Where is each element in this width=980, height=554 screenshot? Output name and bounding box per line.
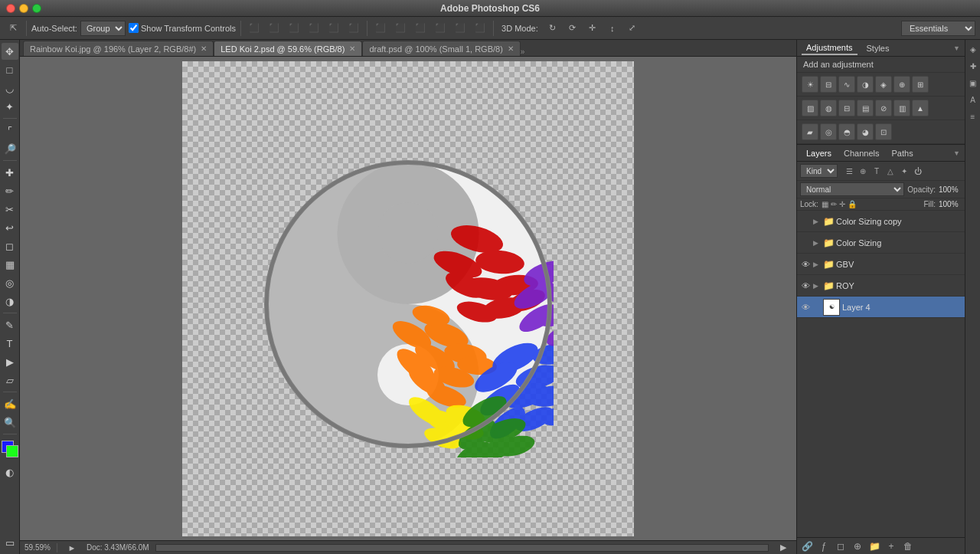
status-arrow-icon[interactable]: ► bbox=[64, 539, 80, 555]
shadows-highlights-icon[interactable]: ◓ bbox=[838, 123, 855, 140]
3d-scale-icon[interactable]: ⤢ bbox=[624, 20, 641, 37]
layer-expand-icon[interactable]: ▶ bbox=[813, 261, 821, 268]
distribute-2-icon[interactable]: ⬛ bbox=[392, 20, 409, 37]
layer-expand-icon[interactable]: ▶ bbox=[813, 239, 821, 247]
color-lookup-icon[interactable]: ▤ bbox=[857, 100, 874, 116]
pen-tool[interactable]: ✎ bbox=[2, 316, 18, 333]
hdr-toning-icon[interactable]: ◕ bbox=[857, 123, 874, 140]
tab-close-icon[interactable]: ✕ bbox=[508, 44, 514, 53]
selective-color-icon[interactable]: ◎ bbox=[820, 123, 837, 140]
blur-tool[interactable]: ◎ bbox=[2, 274, 18, 291]
show-transform-controls-checkbox[interactable] bbox=[129, 23, 139, 33]
gradient-tool[interactable]: ▦ bbox=[2, 256, 18, 273]
lock-transparent-icon[interactable]: ▦ bbox=[822, 200, 828, 208]
channel-mixer-icon[interactable]: ⊟ bbox=[838, 100, 855, 116]
color-balance-icon[interactable]: ⊞ bbox=[912, 76, 929, 93]
filter-smart-icon[interactable]: ✦ bbox=[898, 165, 910, 177]
tab-rainbow-koi[interactable]: Rainbow Koi.jpg @ 196% (Layer 2, RGB/8#)… bbox=[23, 41, 214, 56]
distribute-1-icon[interactable]: ⬛ bbox=[372, 20, 389, 37]
3d-slide-icon[interactable]: ↕ bbox=[604, 20, 621, 37]
layer-item-layer4[interactable]: 👁 ☯ Layer 4 bbox=[797, 297, 965, 318]
layer-link-icon[interactable]: 🔗 bbox=[800, 539, 814, 553]
layer-expand-icon[interactable]: ▶ bbox=[813, 282, 821, 290]
filter-type-icon[interactable]: T bbox=[871, 165, 883, 177]
brightness-contrast-icon[interactable]: ☀ bbox=[802, 76, 818, 93]
hand-tool[interactable]: ✍ bbox=[2, 395, 18, 412]
layer-kind-dropdown[interactable]: Kind bbox=[800, 164, 838, 178]
threshold-icon[interactable]: ▲ bbox=[912, 100, 929, 116]
tab-draft[interactable]: draft.psd @ 100% (Small 1, RGB/8) ✕ bbox=[362, 41, 520, 56]
vert-icon-mini[interactable]: ≡ bbox=[967, 110, 979, 123]
status-play-icon[interactable]: ▶ bbox=[775, 539, 792, 555]
align-middle-icon[interactable]: ⬛ bbox=[266, 20, 283, 37]
path-select-tool[interactable]: ▶ bbox=[2, 353, 18, 370]
distribute-5-icon[interactable]: ⬛ bbox=[452, 20, 469, 37]
layer-item-roy[interactable]: 👁 ▶ 📁 ROY bbox=[797, 275, 965, 297]
new-layer-icon[interactable]: + bbox=[884, 539, 898, 553]
move-tool-icon[interactable]: ⇱ bbox=[5, 20, 21, 37]
lock-all-icon[interactable]: 🔒 bbox=[848, 200, 857, 208]
lasso-tool[interactable]: ◡ bbox=[2, 80, 18, 97]
filter-adjustment-icon[interactable]: ⊕ bbox=[857, 165, 869, 177]
delete-layer-icon[interactable]: 🗑 bbox=[901, 539, 915, 553]
layer-mask-icon[interactable]: ◻ bbox=[834, 539, 848, 553]
eyedropper-tool[interactable]: 🔎 bbox=[2, 140, 18, 157]
close-button[interactable] bbox=[6, 4, 15, 13]
distribute-6-icon[interactable]: ⬛ bbox=[472, 20, 488, 37]
eraser-tool[interactable]: ◻ bbox=[2, 238, 18, 254]
tab-close-icon[interactable]: ✕ bbox=[349, 44, 355, 53]
exposure-icon[interactable]: ◑ bbox=[857, 76, 874, 93]
distribute-3-icon[interactable]: ⬛ bbox=[412, 20, 429, 37]
clone-tool[interactable]: ✂ bbox=[2, 201, 18, 218]
lock-position-icon[interactable]: ✛ bbox=[839, 200, 845, 208]
styles-tab[interactable]: Styles bbox=[862, 42, 894, 54]
tab-led-koi[interactable]: LED Koi 2.psd @ 59.6% (RGB/8) ✕ bbox=[214, 41, 362, 56]
layers-panel-collapse[interactable]: ▼ bbox=[953, 149, 960, 157]
align-bottom-icon[interactable]: ⬛ bbox=[286, 20, 302, 37]
layer-item-color-sizing-copy[interactable]: ▶ 📁 Color Sizing copy bbox=[797, 211, 965, 232]
vert-icon-text[interactable]: A bbox=[967, 93, 979, 106]
hue-sat-icon[interactable]: ⊕ bbox=[893, 76, 910, 93]
zoom-tool[interactable]: 🔍 bbox=[2, 414, 18, 431]
lock-paint-icon[interactable]: ✏ bbox=[831, 200, 837, 208]
layer-item-color-sizing[interactable]: ▶ 📁 Color Sizing bbox=[797, 232, 965, 254]
screen-mode-btn[interactable]: ▭ bbox=[2, 534, 18, 551]
new-group-icon[interactable]: 📁 bbox=[867, 539, 881, 553]
layer-visibility-icon[interactable]: 👁 bbox=[800, 281, 811, 290]
maximize-button[interactable] bbox=[32, 4, 41, 13]
marquee-tool[interactable]: □ bbox=[2, 61, 18, 78]
new-adjustment-icon[interactable]: ⊕ bbox=[851, 539, 864, 553]
vert-icon-3d[interactable]: ▣ bbox=[967, 77, 979, 89]
layer-expand-icon[interactable]: ▶ bbox=[813, 218, 821, 225]
canvas-viewport[interactable] bbox=[20, 57, 796, 540]
vert-icon-adjust[interactable]: ◈ bbox=[967, 43, 979, 55]
3d-orbit-icon[interactable]: ↻ bbox=[544, 20, 561, 37]
filter-pixel-icon[interactable]: ☰ bbox=[843, 165, 855, 177]
dodge-tool[interactable]: ◑ bbox=[2, 293, 18, 310]
distribute-4-icon[interactable]: ⬛ bbox=[432, 20, 449, 37]
color-boxes[interactable] bbox=[2, 441, 18, 457]
align-right-icon[interactable]: ⬛ bbox=[345, 20, 362, 37]
adjustments-tab[interactable]: Adjustments bbox=[802, 41, 858, 55]
layer-item-gbv[interactable]: 👁 ▶ 📁 GBV bbox=[797, 254, 965, 275]
workspace-dropdown[interactable]: Essentials Design Painting Photography bbox=[901, 21, 975, 36]
levels-icon[interactable]: ⊟ bbox=[820, 76, 837, 93]
filter-shape-icon[interactable]: △ bbox=[884, 165, 897, 177]
channels-tab[interactable]: Channels bbox=[839, 147, 884, 159]
background-color[interactable] bbox=[6, 445, 18, 457]
gradient-map-icon[interactable]: ▰ bbox=[802, 123, 818, 140]
quick-mask-tool[interactable]: ◐ bbox=[2, 464, 18, 480]
tab-close-icon[interactable]: ✕ bbox=[201, 44, 207, 53]
paths-tab[interactable]: Paths bbox=[887, 147, 918, 159]
filter-toggle-icon[interactable]: ⏻ bbox=[912, 165, 924, 177]
move-tool[interactable]: ✥ bbox=[2, 43, 18, 60]
shape-tool[interactable]: ▱ bbox=[2, 372, 18, 388]
tabs-expand-icon[interactable]: » bbox=[521, 48, 531, 56]
align-center-icon[interactable]: ⬛ bbox=[325, 20, 342, 37]
3d-pan-icon[interactable]: ✛ bbox=[584, 20, 601, 37]
variations-icon[interactable]: ⊡ bbox=[875, 123, 892, 140]
curves-icon[interactable]: ∿ bbox=[838, 76, 855, 93]
layer-visibility-icon[interactable]: 👁 bbox=[800, 303, 811, 312]
align-left-icon[interactable]: ⬛ bbox=[305, 20, 322, 37]
minimize-button[interactable] bbox=[19, 4, 28, 13]
